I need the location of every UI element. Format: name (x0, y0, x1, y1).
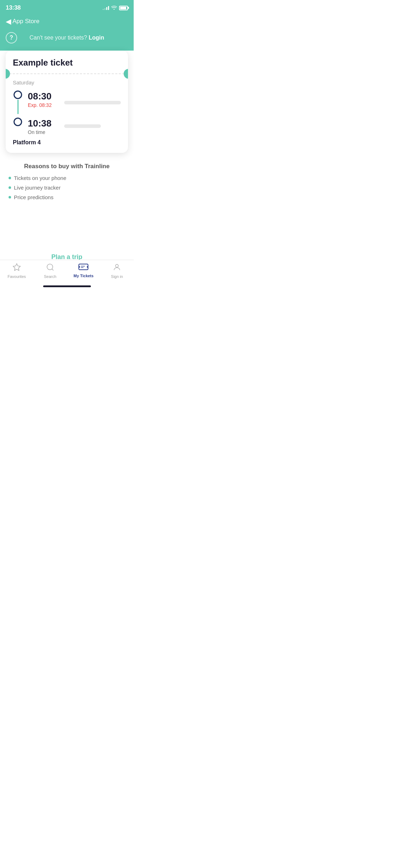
ticket-body: Saturday 08:30 Exp. 08:32 (6, 74, 128, 153)
journey-timeline: 08:30 Exp. 08:32 10:38 On time (13, 91, 121, 135)
reasons-list: Tickets on your phone Live journey track… (9, 175, 125, 200)
arrival-dot (14, 118, 22, 126)
departure-dot (14, 91, 22, 99)
reason-3: Price predictions (14, 194, 53, 200)
sign-in-icon (113, 263, 121, 273)
login-prompt: Can't see your tickets? (30, 35, 87, 41)
ticket-wrapper: Example ticket Saturday 08:30 Exp. 08:32 (6, 51, 128, 153)
back-label: App Store (12, 18, 40, 25)
station-bar-inner (64, 101, 121, 104)
signal-bar-1 (103, 9, 104, 10)
tab-bar: Favourites Search My Tickets (0, 260, 134, 289)
reasons-section: Reasons to buy with Trainline Tickets on… (0, 153, 134, 206)
signal-bar-2 (104, 8, 106, 10)
timeline-col-arrival (13, 118, 23, 126)
svg-line-2 (52, 269, 53, 270)
platform-label: Platform 4 (13, 139, 121, 146)
tab-label-favourites: Favourites (7, 274, 26, 279)
dashed-divider (6, 73, 128, 74)
svg-marker-0 (13, 264, 20, 270)
favourites-icon (12, 263, 21, 273)
tab-label-sign-in: Sign in (111, 274, 123, 279)
signal-icon (103, 6, 109, 10)
status-bar: 13:38 (0, 0, 134, 16)
ticket-divider-row (6, 73, 128, 74)
departure-row: 08:30 Exp. 08:32 (13, 91, 121, 115)
nav-bar: ◀ App Store (0, 16, 134, 29)
tab-favourites[interactable]: Favourites (0, 263, 34, 279)
reason-1: Tickets on your phone (14, 175, 66, 181)
tab-label-my-tickets: My Tickets (73, 274, 93, 278)
svg-point-1 (47, 264, 53, 270)
ticket-title: Example ticket (13, 58, 73, 67)
tab-label-search: Search (44, 274, 56, 279)
bullet-icon-3 (9, 196, 11, 198)
day-label: Saturday (13, 79, 121, 86)
search-icon (46, 263, 55, 273)
reason-2: Live journey tracker (14, 185, 61, 191)
reasons-title: Reasons to buy with Trainline (9, 163, 125, 170)
header-text: Can't see your tickets? Login (17, 35, 117, 41)
list-item: Live journey tracker (9, 185, 125, 191)
plan-trip-label[interactable]: Plan a trip (51, 253, 82, 260)
ticket-header: Example ticket (6, 51, 128, 73)
bullet-icon-1 (9, 177, 11, 179)
departure-time: 08:30 (28, 91, 59, 102)
help-button[interactable]: ? (6, 32, 17, 43)
station-bar-short (64, 124, 101, 128)
arrival-status: On time (28, 129, 59, 135)
battery-icon (119, 6, 128, 10)
back-arrow-icon: ◀ (6, 18, 11, 25)
status-icons (103, 5, 128, 11)
departure-station-bar (64, 101, 121, 104)
timeline-col-departure (13, 91, 23, 115)
back-button[interactable]: ◀ App Store (6, 18, 40, 25)
login-link[interactable]: Login (89, 35, 104, 41)
list-item: Price predictions (9, 194, 125, 200)
arrival-station-bar (64, 124, 121, 128)
signal-bar-4 (108, 6, 109, 10)
wifi-icon (111, 5, 117, 11)
arrival-time: 10:38 (28, 118, 59, 129)
svg-point-6 (115, 264, 118, 267)
tab-search[interactable]: Search (34, 263, 67, 279)
timeline-line (17, 100, 19, 114)
arrival-time-info: 10:38 On time (28, 118, 59, 135)
departure-exp: Exp. 08:32 (28, 102, 59, 108)
list-item: Tickets on your phone (9, 175, 125, 181)
arrival-row: 10:38 On time (13, 118, 121, 135)
home-indicator (43, 285, 91, 287)
my-tickets-icon (78, 263, 88, 272)
tab-my-tickets[interactable]: My Tickets (67, 263, 101, 278)
ticket-card: Example ticket Saturday 08:30 Exp. 08:32 (6, 51, 128, 153)
departure-time-info: 08:30 Exp. 08:32 (28, 91, 59, 108)
status-time: 13:38 (6, 4, 21, 11)
header: ? Can't see your tickets? Login (0, 29, 134, 51)
signal-bar-3 (106, 7, 107, 10)
help-icon: ? (10, 35, 13, 41)
svg-rect-3 (79, 264, 88, 270)
bullet-icon-2 (9, 186, 11, 189)
tab-sign-in[interactable]: Sign in (100, 263, 134, 279)
